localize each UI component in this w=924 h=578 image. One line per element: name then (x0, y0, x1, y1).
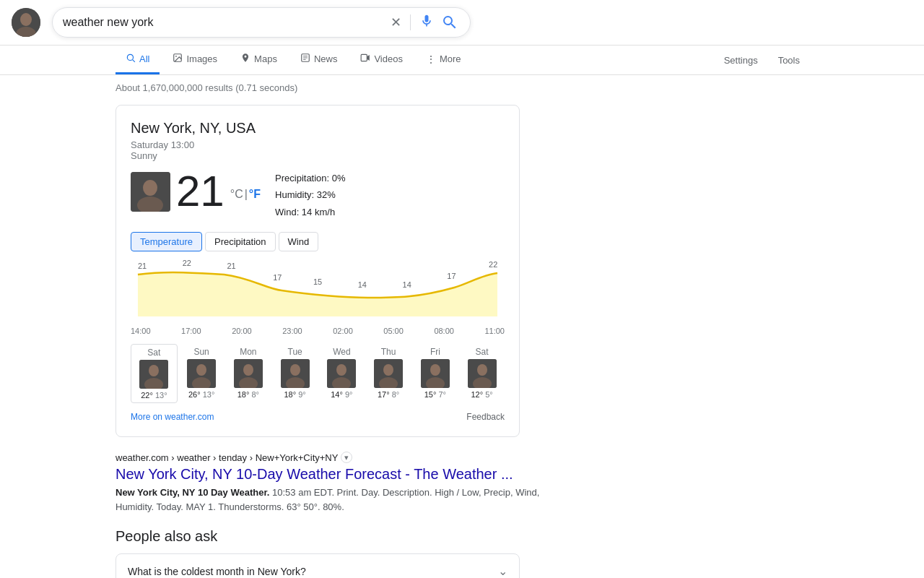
svg-point-38 (336, 364, 346, 376)
tab-news-label: News (314, 53, 338, 64)
forecast-icon-sun (187, 359, 216, 388)
paa-chevron-0: ⌄ (498, 564, 507, 578)
nav-tabs: All Images Maps News Videos ⋮ More Setti… (0, 46, 924, 75)
tab-all[interactable]: All (116, 46, 160, 74)
svg-line-4 (133, 60, 135, 62)
tab-news[interactable]: News (290, 46, 348, 74)
forecast-icon-mon (234, 359, 263, 388)
avatar[interactable] (12, 8, 40, 37)
nav-right: Settings Tools (715, 49, 808, 72)
images-icon (173, 53, 183, 65)
people-also-ask: People also ask What is the coldest mont… (116, 528, 520, 578)
search-input[interactable] (63, 16, 385, 29)
search-bar: ✕ (52, 7, 471, 38)
weather-icon-temp: 21 °C | °F (131, 170, 261, 213)
settings-button[interactable]: Settings (715, 49, 767, 72)
tab-videos-label: Videos (374, 53, 403, 64)
svg-point-29 (196, 364, 206, 376)
fahrenheit-unit[interactable]: °F (249, 188, 261, 201)
time-label: 02:00 (333, 327, 353, 335)
clear-icon[interactable]: ✕ (391, 14, 401, 30)
chart-time-labels: 14:00 17:00 20:00 23:00 02:00 05:00 08:0… (131, 327, 505, 335)
feedback-link[interactable]: Feedback (466, 412, 505, 422)
tab-maps[interactable]: Maps (230, 46, 287, 74)
chart-tab-precipitation[interactable]: Precipitation (205, 232, 276, 251)
svg-text:21: 21 (227, 262, 235, 270)
tab-images[interactable]: Images (162, 46, 227, 74)
precipitation-detail: Precipitation: 0% (275, 170, 346, 186)
all-icon (126, 53, 136, 65)
forecast-icon-wed (327, 359, 356, 388)
time-label: 11:00 (484, 327, 505, 335)
divider (410, 14, 411, 30)
svg-text:17: 17 (273, 273, 282, 282)
forecast-day-sat2[interactable]: Sat 12° 5° (459, 344, 505, 403)
svg-text:22: 22 (183, 259, 191, 267)
news-icon (300, 53, 310, 65)
forecast-icon-sat2 (468, 359, 497, 388)
chart-tab-wind[interactable]: Wind (279, 232, 319, 251)
forecast-high-sun: 26° 13° (188, 390, 214, 399)
forecast-high-sat: 22° 13° (141, 391, 167, 400)
tab-videos[interactable]: Videos (350, 46, 413, 74)
paa-item-0[interactable]: What is the coldest month in New York? ⌄ (116, 553, 520, 578)
result-stats: About 1,670,000,000 results (0.71 second… (116, 82, 808, 93)
microphone-icon[interactable] (419, 14, 434, 32)
result-title[interactable]: New York City, NY 10-Day Weather Forecas… (116, 466, 549, 483)
forecast-icon-tue (281, 359, 310, 388)
forecast-icon-thu (374, 359, 403, 388)
tools-button[interactable]: Tools (770, 49, 808, 72)
forecast-day-label: Sat (476, 347, 489, 357)
weather-temperature: 21 (176, 170, 225, 213)
unit-separator: | (245, 188, 248, 201)
forecast-high-wed: 14° 9° (331, 390, 352, 399)
time-label: 23:00 (282, 327, 302, 335)
forecast-day-thu[interactable]: Thu 17° 8° (366, 344, 411, 403)
maps-icon (240, 53, 250, 65)
search-result: weather.com › weather › tenday › New+Yor… (116, 452, 549, 514)
weather-location: New York, NY, USA (131, 120, 505, 137)
svg-text:17: 17 (447, 272, 456, 280)
forecast-day-mon[interactable]: Mon 18° 8° (226, 344, 271, 403)
time-label: 14:00 (131, 327, 151, 335)
tab-all-label: All (139, 53, 149, 64)
breadcrumb: weather.com › weather › tenday › New+Yor… (116, 452, 549, 463)
search-button[interactable] (440, 12, 460, 33)
chart-tabs: Temperature Precipitation Wind (131, 232, 505, 251)
chart-tab-temperature[interactable]: Temperature (131, 232, 202, 251)
wind-detail: Wind: 14 km/h (275, 204, 346, 220)
forecast-day-label: Thu (381, 347, 396, 357)
svg-point-3 (127, 54, 133, 60)
weather-main: 21 °C | °F Precipitation: 0% Humidity: 3… (131, 170, 505, 220)
more-on-weather-link[interactable]: More on weather.com (131, 412, 214, 422)
forecast-day-sun[interactable]: Sun 26° 13° (179, 344, 225, 403)
forecast-day-wed[interactable]: Wed 14° 9° (319, 344, 365, 403)
tab-more[interactable]: ⋮ More (416, 46, 471, 74)
breadcrumb-dropdown[interactable]: ▾ (341, 452, 352, 463)
paa-question-0: What is the coldest month in New York? (128, 566, 306, 577)
results-area: About 1,670,000,000 results (0.71 second… (0, 75, 924, 578)
forecast-day-label: Wed (333, 347, 350, 357)
svg-point-26 (149, 365, 159, 376)
forecast-day-fri[interactable]: Fri 15° 7° (413, 344, 458, 403)
more-dots-icon: ⋮ (426, 53, 436, 65)
forecast-day-label: Mon (240, 347, 256, 357)
svg-point-44 (430, 364, 440, 376)
weather-unit-toggle[interactable]: °C | °F (230, 188, 261, 201)
forecast-day-tue[interactable]: Tue 18° 9° (272, 344, 318, 403)
tab-images-label: Images (186, 53, 217, 64)
time-label: 08:00 (434, 327, 454, 335)
svg-rect-11 (362, 54, 367, 61)
weather-datetime: Saturday 13:00 (131, 139, 505, 150)
time-label: 05:00 (383, 327, 404, 335)
header: ✕ (0, 0, 924, 46)
forecast-day-sat[interactable]: Sat 22° 13° (131, 344, 178, 403)
forecast-high-tue: 18° 9° (284, 390, 306, 399)
celsius-unit[interactable]: °C (230, 188, 243, 201)
forecast-high-fri: 15° 7° (424, 390, 446, 399)
breadcrumb-text: weather.com › weather › tenday › New+Yor… (116, 452, 338, 463)
svg-text:22: 22 (489, 260, 497, 269)
result-snippet-bold: New York City, NY 10 Day Weather. (116, 487, 269, 498)
forecast-row: Sat 22° 13° Sun 26° 13° Mon 18° 8° (131, 344, 505, 403)
svg-point-32 (243, 364, 253, 376)
